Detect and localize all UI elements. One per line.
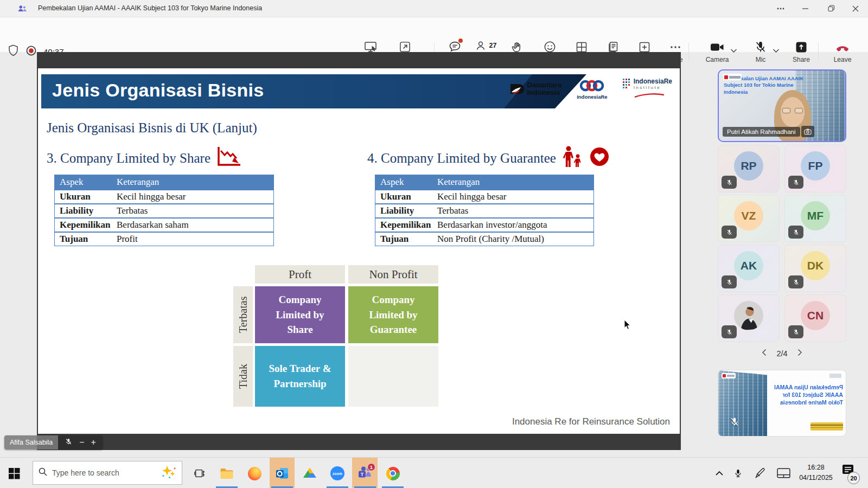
zoom-out-button[interactable]: − xyxy=(79,438,84,447)
family-icon xyxy=(561,145,583,171)
clock-time: 16:28 xyxy=(793,463,839,473)
mic-muted-badge xyxy=(788,325,803,338)
copilot-sparkle-icon xyxy=(160,465,176,481)
participant-tile[interactable]: DK xyxy=(784,245,846,292)
chat-notification-dot xyxy=(458,38,463,43)
thumbnail-mirrored-title: Pembekalan Ujian AAMAI AAAIK Subject 103… xyxy=(768,383,843,407)
speaker-name-pill: Putri Atikah Rahmadhani xyxy=(723,126,814,137)
firefox-button[interactable] xyxy=(247,466,262,481)
taskbar-search[interactable] xyxy=(33,461,182,485)
participant-tile[interactable]: RP xyxy=(718,145,780,192)
table-row: KepemilikanBerdasarkan saham xyxy=(55,217,273,232)
people-count: 27 xyxy=(489,42,497,49)
slide-logos: DanantaraIndonesia IndonesiaRe Indonesia… xyxy=(508,78,672,100)
indonesiare-rings-icon xyxy=(579,79,604,93)
avatar: RP xyxy=(734,151,763,181)
matrix-col-header-nonprofit: Non Profit xyxy=(348,265,438,284)
matrix-cell-share: Company Limited by Share xyxy=(255,286,345,343)
share-icon xyxy=(795,40,808,54)
mic-chevron-icon[interactable] xyxy=(773,46,780,55)
presenter-name: Afifa Salsabila xyxy=(4,435,58,450)
participant-tile[interactable] xyxy=(718,294,780,342)
google-drive-button[interactable] xyxy=(302,466,317,481)
pager-prev-icon[interactable] xyxy=(762,349,767,358)
notification-count-badge: 20 xyxy=(847,472,860,484)
active-speaker-video[interactable]: Pembekalan Ujian AAMAI AAAIK Subject 103… xyxy=(718,69,846,142)
avatar: MF xyxy=(801,201,830,230)
participant-tile[interactable]: FP xyxy=(784,145,846,192)
participant-tile[interactable]: MF xyxy=(784,195,846,242)
avatar: AK xyxy=(734,251,763,280)
avatar: CN xyxy=(801,301,830,330)
thumbnail-building xyxy=(718,370,767,436)
pager-label: 2/4 xyxy=(776,349,787,358)
share-button[interactable]: Share xyxy=(785,40,818,67)
tray-show-hidden-button[interactable] xyxy=(715,458,724,488)
close-button[interactable] xyxy=(845,0,866,17)
mic-muted-icon xyxy=(754,40,767,54)
task-view-button[interactable] xyxy=(192,466,207,481)
meeting-toolbar: 40:37 Take control Pop out Chat 27 Peopl… xyxy=(0,17,868,52)
leave-button[interactable]: Leave xyxy=(826,40,859,67)
window-title: Pembekalan Ujian AAMAI - AAAIK Subject 1… xyxy=(38,4,262,12)
window-titlebar: Pembekalan Ujian AAMAI - AAAIK Subject 1… xyxy=(0,0,868,17)
camera-view-thumbnail[interactable]: Pembekalan Ujian AAMAI AAAIK Subject 103… xyxy=(718,370,846,436)
table-row: TujuanProfit xyxy=(55,232,273,246)
chrome-button[interactable] xyxy=(385,466,400,481)
zoom-in-button[interactable]: + xyxy=(91,438,96,447)
camera-button[interactable]: Camera xyxy=(701,40,733,67)
mouse-cursor-icon xyxy=(624,319,631,332)
danantara-eagle-icon xyxy=(508,81,525,97)
table-row: LiabilityTerbatas xyxy=(55,203,273,217)
mic-button[interactable]: Mic xyxy=(745,40,776,67)
mic-muted-badge xyxy=(722,275,737,288)
thumbnail-yellow-badge xyxy=(810,422,843,431)
presenter-control-pill[interactable]: Afifa Salsabila − + xyxy=(4,435,103,450)
mic-muted-badge xyxy=(722,226,737,239)
teams-button[interactable]: T 1 xyxy=(358,466,373,481)
participant-tile[interactable]: VZ xyxy=(718,195,780,242)
table-header-row: Aspek Keterangan xyxy=(55,175,273,189)
taskbar-clock[interactable]: 16:28 04/11/2025 xyxy=(793,463,839,483)
tray-mic-icon[interactable] xyxy=(733,458,743,488)
matrix-cell-sole-trader: Sole Trader & Partnership xyxy=(255,346,345,407)
pager-next-icon[interactable] xyxy=(797,349,802,358)
speaker-name: Putri Atikah Rahmadhani xyxy=(723,127,800,137)
matrix-row-header-tidak: Tidak xyxy=(233,346,253,407)
indonesiare-institute-logo: IndonesiaRe Institute xyxy=(623,78,672,100)
leave-icon xyxy=(835,40,850,54)
window-more-button[interactable] xyxy=(770,0,792,17)
danantara-logo: DanantaraIndonesia xyxy=(508,81,562,97)
camera-chevron-icon[interactable] xyxy=(730,46,737,55)
avatar: DK xyxy=(801,251,830,280)
slide-footer: Indonesia Re for Reinsurance Solution xyxy=(512,416,670,427)
camera-icon xyxy=(710,40,725,54)
matrix-cell-empty xyxy=(348,346,438,407)
search-input[interactable] xyxy=(52,468,155,477)
mic-muted-badge xyxy=(722,325,737,338)
declining-chart-icon xyxy=(216,145,242,171)
participant-tile[interactable]: AK xyxy=(718,245,780,292)
restore-button[interactable] xyxy=(820,0,842,17)
table-limited-by-share: Aspek Keterangan UkuranKecil hingga besa… xyxy=(54,175,274,246)
zoom-button[interactable]: zoom xyxy=(330,466,345,481)
file-explorer-button[interactable] xyxy=(219,466,234,481)
notification-center-button[interactable]: 20 xyxy=(842,464,855,478)
avatar: FP xyxy=(801,151,830,181)
background-logo-chip xyxy=(723,74,742,80)
table-limited-by-guarantee: Aspek Keterangan UkuranKecil hingga besa… xyxy=(375,175,594,246)
start-button[interactable] xyxy=(7,466,22,481)
camera-switch-icon[interactable] xyxy=(801,126,814,137)
matrix-cell-guarantee: Company Limited by Guarantee xyxy=(348,286,438,343)
institute-dots-icon xyxy=(623,78,631,90)
avatar: VZ xyxy=(734,201,763,230)
section-4-heading: 4. Company Limited by Guarantee xyxy=(367,145,610,171)
participant-tile[interactable]: CN xyxy=(784,294,846,342)
tray-pen-icon[interactable] xyxy=(754,458,766,488)
table-header-row: Aspek Keterangan xyxy=(375,175,593,189)
outlook-button[interactable] xyxy=(275,466,290,481)
indonesiare-logo: IndonesiaRe xyxy=(577,79,608,100)
tray-touchpad-icon[interactable] xyxy=(777,458,790,488)
minimize-button[interactable] xyxy=(795,0,816,17)
table-row: KepemilikanBerdasarkan investor/anggota xyxy=(375,217,593,232)
